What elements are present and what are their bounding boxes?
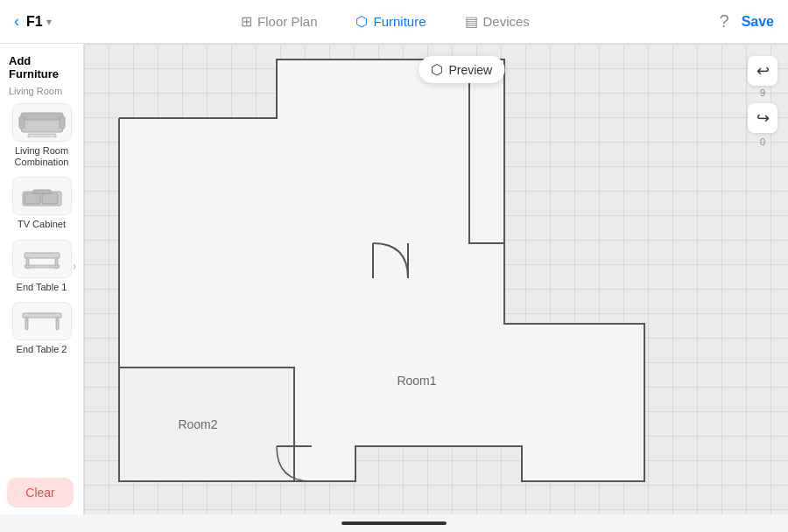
header: ‹ F1 ▾ ⊞ Floor Plan ⬡ Furniture ▤ Device… <box>0 0 788 44</box>
redo-button[interactable]: ↪ <box>748 103 777 133</box>
expand-arrow-icon[interactable]: › <box>73 259 77 273</box>
floor-label[interactable]: F1 <box>26 14 43 30</box>
sidebar: AddFurniture Living Room Living RoomComb… <box>0 44 84 532</box>
svg-rect-6 <box>25 193 40 204</box>
furniture-name-end-table-2: End Table 2 <box>17 344 67 355</box>
svg-rect-12 <box>25 265 60 268</box>
furniture-item-tv-cabinet[interactable]: TV Cabinet <box>9 177 75 230</box>
furniture-item-end-table-1[interactable]: End Table 1 › <box>9 240 75 293</box>
undo-count: 9 <box>760 88 765 98</box>
undo-button[interactable]: ↩ <box>748 56 777 86</box>
svg-rect-8 <box>33 190 51 193</box>
tab-devices[interactable]: ▤ Devices <box>458 10 537 33</box>
header-right: ? Save <box>700 11 788 32</box>
furniture-thumb-living-room-combo <box>12 103 72 142</box>
furniture-thumb-end-table-1 <box>12 240 72 278</box>
sidebar-title: AddFurniture <box>0 54 83 80</box>
help-button[interactable]: ? <box>720 11 729 32</box>
tab-devices-label: Devices <box>483 14 530 29</box>
tab-floor-plan-label: Floor Plan <box>257 14 317 29</box>
svg-rect-14 <box>25 318 28 330</box>
svg-rect-9 <box>25 253 60 258</box>
furniture-name-living-room-combo: Living RoomCombination <box>15 145 69 168</box>
svg-rect-4 <box>28 134 56 137</box>
floor-plan-svg: office Room1 Room2 <box>84 44 788 532</box>
room1-label: Room1 <box>397 374 436 388</box>
undo-redo-panel: ↩ 9 ↪ 0 <box>748 56 777 147</box>
svg-rect-7 <box>42 193 58 204</box>
save-button[interactable]: Save <box>742 14 774 30</box>
preview-button[interactable]: ⬡ Preview <box>419 56 504 83</box>
home-indicator <box>341 522 447 525</box>
back-button[interactable]: ‹ <box>11 9 23 34</box>
svg-rect-15 <box>56 318 59 330</box>
furniture-name-end-table-1: End Table 1 <box>17 282 67 293</box>
room2-label: Room2 <box>178 417 217 431</box>
header-nav: ⊞ Floor Plan ⬡ Furniture ▤ Devices <box>70 10 700 33</box>
svg-rect-3 <box>60 116 65 129</box>
header-left: ‹ F1 ▾ <box>0 9 70 34</box>
floor-chevron-icon[interactable]: ▾ <box>46 16 52 28</box>
canvas-area: office Room1 Room2 ⬡ Preview ↩ 9 ↪ 0 <box>84 44 788 532</box>
bottom-bar <box>0 514 788 532</box>
furniture-item-living-room-combo[interactable]: Living RoomCombination <box>9 103 75 168</box>
furniture-thumb-end-table-2 <box>12 302 72 340</box>
redo-count: 0 <box>760 136 765 147</box>
furniture-item-end-table-2[interactable]: End Table 2 <box>9 302 75 355</box>
tab-furniture-label: Furniture <box>373 14 426 29</box>
furniture-thumb-tv-cabinet <box>12 177 72 215</box>
furniture-icon: ⬡ <box>355 13 368 30</box>
preview-icon: ⬡ <box>431 61 443 78</box>
clear-button[interactable]: Clear <box>7 478 74 508</box>
furniture-name-tv-cabinet: TV Cabinet <box>18 219 66 230</box>
svg-rect-2 <box>19 116 25 129</box>
sidebar-section-label: Living Room <box>0 86 83 96</box>
devices-icon: ▤ <box>465 13 478 30</box>
tab-furniture[interactable]: ⬡ Furniture <box>348 10 433 33</box>
floor-plan-icon: ⊞ <box>241 13 252 30</box>
tab-floor-plan[interactable]: ⊞ Floor Plan <box>234 10 324 33</box>
svg-rect-13 <box>23 313 61 318</box>
preview-label: Preview <box>448 63 492 77</box>
svg-rect-1 <box>21 113 63 120</box>
